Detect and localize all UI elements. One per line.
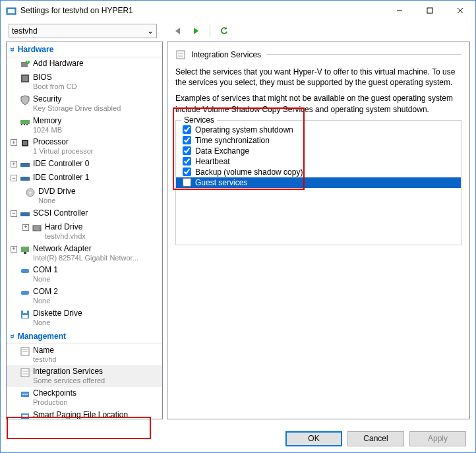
refresh-button[interactable]	[217, 24, 231, 38]
header-hardware[interactable]: » Hardware	[7, 42, 162, 57]
nav-back-button[interactable]	[170, 24, 185, 38]
svg-point-23	[39, 227, 40, 229]
tree-item-processor[interactable]: + Processor1 Virtual processor	[7, 136, 162, 158]
tree-label: BIOS	[33, 73, 77, 82]
port-icon	[20, 266, 30, 276]
svg-rect-14	[26, 124, 28, 125]
service-checkbox[interactable]	[183, 167, 191, 176]
tree-item-com2[interactable]: COM 2None	[7, 286, 162, 307]
service-label: Backup (volume shadow copy)	[195, 167, 303, 177]
controller-icon	[20, 209, 30, 220]
controller-icon	[20, 160, 30, 170]
service-row[interactable]: Data Exchange	[176, 146, 461, 156]
svg-rect-27	[21, 291, 29, 295]
tree-label: SCSI Controller	[33, 208, 88, 218]
network-icon	[20, 245, 30, 255]
checkpoint-icon	[20, 389, 30, 400]
svg-rect-24	[21, 247, 29, 252]
tree-label: Checkpoints	[33, 388, 76, 398]
tree-item-bios[interactable]: BIOSBoot from CD	[7, 71, 162, 93]
service-checkbox[interactable]	[183, 136, 191, 144]
tree-item-integration-services[interactable]: Integration ServicesSome services offere…	[7, 365, 162, 387]
svg-point-20	[30, 192, 32, 194]
expand-toggle[interactable]: −	[11, 210, 17, 217]
maximize-button[interactable]	[415, 1, 445, 20]
tree-item-checkpoints[interactable]: CheckpointsProduction	[7, 387, 162, 409]
tree-item-dvd[interactable]: DVD DriveNone	[7, 185, 162, 207]
tree-sublabel: 1 Virtual processor	[33, 147, 94, 156]
service-label: Operating system shutdown	[195, 125, 293, 135]
service-row[interactable]: Operating system shutdown	[176, 125, 461, 135]
button-label: Cancel	[363, 434, 388, 443]
app-icon	[6, 6, 16, 16]
tree-item-diskette[interactable]: Diskette DriveNone	[7, 307, 162, 329]
service-checkbox[interactable]	[183, 146, 191, 155]
service-checkbox[interactable]	[183, 178, 191, 187]
tree-sublabel: testvhd	[33, 355, 56, 365]
tree-label: Memory	[33, 116, 62, 126]
svg-rect-12	[21, 124, 22, 125]
tree-label: IDE Controller 1	[33, 173, 89, 183]
fieldset-legend: Services	[181, 115, 217, 125]
close-button[interactable]	[445, 1, 475, 20]
minimize-button[interactable]	[384, 1, 415, 20]
expand-toggle[interactable]: −	[11, 175, 17, 181]
expand-toggle[interactable]: +	[11, 161, 17, 167]
tree-item-com1[interactable]: COM 1None	[7, 264, 162, 286]
tree-item-smart-paging[interactable]: Smart Paging File LocationC:\ClusterStor…	[7, 409, 162, 419]
tree-item-hdd[interactable]: + Hard Drivetestvhd.vhdx	[7, 221, 162, 243]
services-icon	[20, 367, 30, 378]
tree-sublabel: None	[33, 297, 58, 306]
expand-toggle[interactable]: +	[22, 224, 29, 231]
tree-label: Hard Drive	[45, 222, 86, 232]
expand-toggle[interactable]: +	[11, 139, 17, 146]
tree-label: DVD Drive	[38, 187, 76, 196]
tree-item-memory[interactable]: Memory1024 MB	[7, 115, 162, 136]
tree-sublabel: Key Storage Drive disabled	[33, 104, 121, 113]
cancel-button[interactable]: Cancel	[347, 431, 404, 446]
bios-icon	[20, 73, 30, 84]
svg-rect-3	[427, 8, 432, 13]
tree-item-name[interactable]: Nametestvhd	[7, 344, 162, 366]
vm-select-value: testvhd	[12, 26, 38, 36]
apply-button[interactable]: Apply	[409, 431, 466, 446]
nav-tree-scroll[interactable]: » Hardware + Add Hardware BIOSBoot from …	[7, 42, 162, 419]
svg-rect-13	[24, 124, 25, 125]
tree-sublabel: Production	[33, 398, 76, 408]
service-row[interactable]: Heartbeat	[176, 156, 461, 167]
toolbar: testvhd ⌄	[1, 20, 475, 42]
services-fieldset: Services Operating system shutdownTime s…	[175, 120, 461, 245]
ok-button[interactable]: OK	[285, 431, 342, 446]
nav-forward-button[interactable]	[189, 24, 203, 38]
tree-item-add-hardware[interactable]: + Add Hardware	[7, 57, 162, 71]
service-row[interactable]: Backup (volume shadow copy)	[176, 167, 461, 177]
tree-sublabel: None	[38, 196, 76, 206]
settings-window: Settings for testvhd on HYPER1 testvhd ⌄	[0, 0, 476, 453]
service-label: Heartbeat	[195, 157, 230, 166]
service-checkbox[interactable]	[183, 157, 191, 166]
tree-item-network[interactable]: + Network AdapterIntel(R) 82574L Gigabit…	[7, 243, 162, 264]
tree-label: Name	[33, 346, 56, 355]
tree-label: IDE Controller 0	[33, 159, 89, 169]
header-hardware-label: Hardware	[18, 45, 54, 54]
service-checkbox[interactable]	[183, 125, 191, 134]
header-management[interactable]: » Management	[7, 329, 162, 344]
expand-toggle[interactable]: +	[11, 246, 17, 253]
button-label: OK	[308, 434, 319, 443]
tree-item-scsi[interactable]: − SCSI Controller	[7, 207, 162, 221]
service-row[interactable]: Time synchronization	[176, 135, 461, 146]
svg-rect-34	[21, 369, 29, 377]
name-icon	[20, 346, 30, 357]
tree-sublabel: Some services offered	[33, 377, 105, 386]
tree-item-ide1[interactable]: − IDE Controller 1	[7, 171, 162, 185]
svg-rect-11	[20, 120, 30, 124]
tree-item-ide0[interactable]: + IDE Controller 0	[7, 158, 162, 171]
dbl-chevron-icon: »	[8, 334, 17, 338]
service-row[interactable]: Guest services	[176, 177, 461, 188]
tree-label: Network Adapter	[33, 244, 138, 254]
floppy-icon	[20, 309, 30, 320]
vm-select-dropdown[interactable]: testvhd ⌄	[9, 24, 157, 38]
tree-item-security[interactable]: SecurityKey Storage Drive disabled	[7, 93, 162, 115]
tree-sublabel: None	[33, 275, 58, 284]
svg-rect-21	[20, 212, 30, 216]
